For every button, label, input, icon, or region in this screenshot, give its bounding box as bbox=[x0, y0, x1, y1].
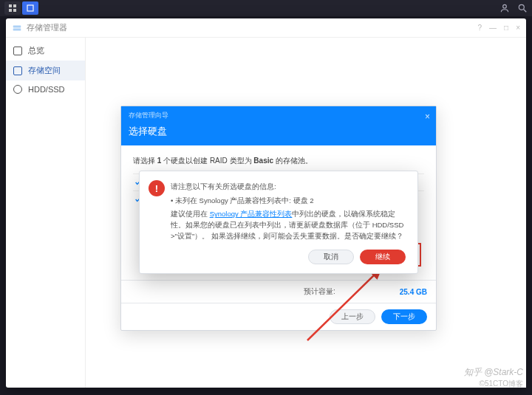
continue-button[interactable]: 继续 bbox=[360, 250, 406, 264]
minimize-button[interactable]: — bbox=[489, 24, 497, 32]
svg-rect-0 bbox=[9, 4, 12, 7]
next-button[interactable]: 下一步 bbox=[381, 309, 427, 324]
sidebar-item-overview[interactable]: 总览 bbox=[6, 41, 85, 61]
sidebar-item-label: 存储空间 bbox=[28, 65, 61, 76]
back-button[interactable]: 上一步 bbox=[330, 309, 375, 324]
taskbar-app-grid[interactable] bbox=[4, 1, 21, 15]
sidebar-item-hdd[interactable]: HDD/SSD bbox=[6, 80, 85, 98]
sidebar-item-storage[interactable]: 存储空间 bbox=[6, 61, 85, 80]
svg-rect-3 bbox=[13, 9, 16, 12]
taskbar-app-storage[interactable] bbox=[22, 1, 38, 15]
svg-rect-4 bbox=[27, 5, 33, 11]
user-icon[interactable] bbox=[499, 3, 510, 13]
cancel-button[interactable]: 取消 bbox=[308, 250, 354, 264]
maximize-button[interactable]: □ bbox=[504, 24, 508, 32]
wizard-close-icon[interactable]: × bbox=[425, 111, 430, 122]
hdd-icon bbox=[13, 85, 22, 94]
alert-heading: 请注意以下有关所选硬盘的信息: bbox=[171, 182, 406, 193]
desktop-taskbar bbox=[0, 0, 532, 16]
sidebar-item-label: 总览 bbox=[28, 45, 44, 56]
sidebar: 总览 存储空间 HDD/SSD bbox=[6, 38, 86, 388]
window-titlebar: 存储管理器 ? — □ × bbox=[6, 18, 526, 38]
capacity-label: 预计容量: bbox=[304, 286, 335, 297]
alert-dialog: ! 请注意以下有关所选硬盘的信息: • 未列在 Synology 产品兼容性列表… bbox=[139, 171, 418, 274]
svg-rect-8 bbox=[13, 25, 21, 27]
close-button[interactable]: × bbox=[516, 24, 520, 32]
svg-rect-1 bbox=[13, 4, 16, 7]
main-content: 存储管理向导 选择硬盘 × 请选择 1 个硬盘以创建 RAID 类型为 Basi… bbox=[86, 38, 526, 388]
svg-point-5 bbox=[503, 4, 507, 8]
search-icon[interactable] bbox=[517, 3, 528, 13]
storage-manager-window: 存储管理器 ? — □ × 总览 存储空间 HDD/SSD bbox=[6, 18, 526, 388]
compat-list-link[interactable]: Synology 产品兼容性列表 bbox=[210, 210, 293, 218]
wizard-breadcrumb: 存储管理向导 bbox=[121, 106, 436, 122]
svg-point-6 bbox=[519, 4, 524, 10]
window-title: 存储管理器 bbox=[27, 22, 67, 33]
svg-rect-9 bbox=[13, 28, 21, 30]
wizard-title: 选择硬盘 × bbox=[121, 122, 436, 145]
overview-icon bbox=[13, 47, 22, 55]
svg-line-7 bbox=[524, 10, 527, 13]
alert-bullet: • 未列在 Synology 产品兼容性列表中: 硬盘 2 bbox=[171, 196, 406, 207]
capacity-value: 25.4 GB bbox=[400, 288, 427, 296]
wizard-instruction: 请选择 1 个硬盘以创建 RAID 类型为 Basic 的存储池。 bbox=[133, 156, 424, 166]
svg-rect-2 bbox=[9, 9, 12, 12]
alert-icon: ! bbox=[149, 180, 165, 196]
help-button[interactable]: ? bbox=[478, 24, 482, 32]
app-icon bbox=[12, 23, 22, 33]
alert-body: 建议使用在 Synology 产品兼容性列表中列出的硬盘，以确保系统稳定性。如果… bbox=[171, 209, 406, 241]
sidebar-item-label: HDD/SSD bbox=[28, 85, 65, 94]
storage-icon bbox=[13, 66, 22, 75]
